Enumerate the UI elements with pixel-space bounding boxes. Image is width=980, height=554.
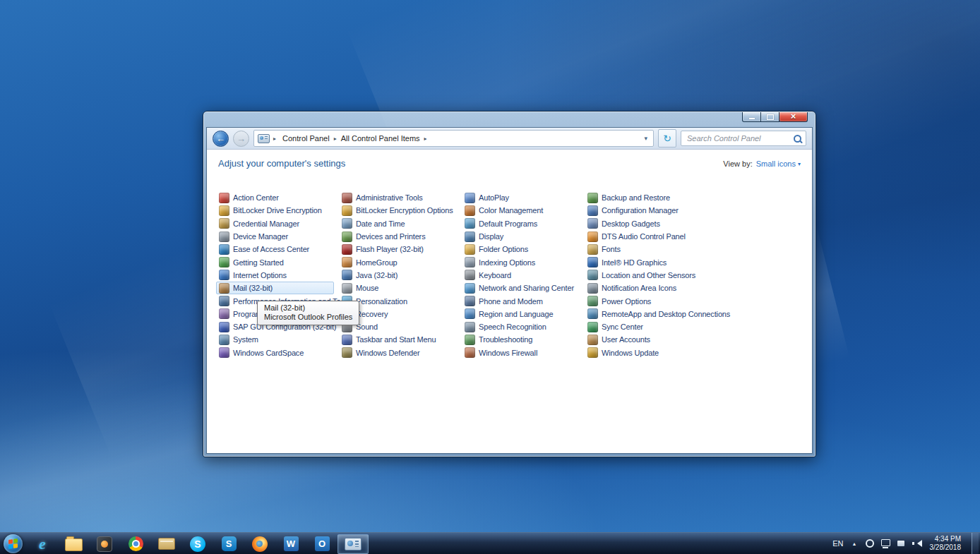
- control-panel-item-windows-defender[interactable]: Windows Defender: [339, 347, 457, 359]
- taskbar-button-control-panel[interactable]: [337, 534, 369, 554]
- view-by: View by: Small icons ▾: [723, 159, 801, 168]
- breadcrumb-item-all-control-panel-items[interactable]: All Control Panel Items: [338, 133, 423, 143]
- control-panel-item-mouse[interactable]: Mouse: [339, 282, 457, 294]
- control-panel-item-fonts[interactable]: Fonts: [585, 243, 703, 255]
- control-panel-item-bitlocker-drive-encryption[interactable]: BitLocker Drive Encryption: [216, 204, 334, 217]
- desktop: ▸ Control Panel▸All Control Panel Items▸…: [0, 0, 980, 554]
- control-panel-item-folder-options[interactable]: Folder Options: [462, 243, 580, 255]
- taskbar-button-word[interactable]: W: [275, 534, 306, 554]
- control-panel-item-power-options[interactable]: Power Options: [585, 294, 703, 307]
- control-panel-item-mail-32-bit[interactable]: Mail (32-bit): [216, 282, 334, 294]
- control-panel-item-autoplay[interactable]: AutoPlay: [462, 191, 580, 204]
- items-column-3: AutoPlayColor ManagementDefault Programs…: [462, 191, 580, 359]
- control-panel-item-color-management[interactable]: Color Management: [462, 204, 580, 217]
- control-panel-item-default-programs[interactable]: Default Programs: [462, 217, 580, 230]
- control-panel-item-notification-area-icons[interactable]: Notification Area Icons: [585, 282, 703, 294]
- control-panel-item-dts-audio-control-panel[interactable]: DTS Audio Control Panel: [585, 230, 703, 243]
- control-panel-item-devices-and-printers[interactable]: Devices and Printers: [339, 230, 457, 243]
- control-panel-item-indexing-options[interactable]: Indexing Options: [462, 255, 580, 268]
- item-label: Device Manager: [233, 232, 288, 241]
- refresh-button[interactable]: ↻: [658, 129, 676, 147]
- address-bar[interactable]: ▸ Control Panel▸All Control Panel Items▸…: [253, 130, 654, 147]
- control-panel-item-backup-and-restore[interactable]: Backup and Restore: [585, 191, 703, 204]
- control-panel-item-taskbar-and-start-menu[interactable]: Taskbar and Start Menu: [339, 333, 457, 346]
- control-panel-item-device-manager[interactable]: Device Manager: [216, 230, 334, 243]
- clock-icon: [342, 218, 352, 229]
- breadcrumb-chevron-icon[interactable]: ▸: [423, 136, 429, 142]
- control-panel-item-location-and-other-sensors[interactable]: Location and Other Sensors: [585, 269, 703, 282]
- breadcrumb-chevron-icon[interactable]: ▸: [333, 136, 338, 142]
- item-label: Network and Sharing Center: [479, 284, 574, 292]
- control-panel-item-credential-manager[interactable]: Credential Manager: [216, 217, 334, 230]
- taskbar-button-file-explorer[interactable]: [58, 534, 89, 554]
- taskbar-button-firefox[interactable]: [244, 534, 275, 554]
- minimize-button[interactable]: [742, 112, 761, 122]
- address-dropdown-icon[interactable]: ▾: [642, 135, 650, 142]
- item-label: Windows Update: [602, 349, 659, 357]
- maximize-button[interactable]: [760, 112, 779, 122]
- search-input[interactable]: [686, 133, 791, 143]
- control-panel-item-internet-options[interactable]: Internet Options: [216, 269, 334, 282]
- control-panel-item-user-accounts[interactable]: User Accounts: [585, 333, 703, 346]
- location-sensors-icon: [587, 270, 598, 280]
- control-panel-item-keyboard[interactable]: Keyboard: [462, 269, 580, 282]
- taskbar-button-chrome[interactable]: [120, 534, 151, 554]
- search-box[interactable]: [681, 131, 806, 146]
- forward-button[interactable]: [233, 131, 249, 147]
- control-panel-item-windows-firewall[interactable]: Windows Firewall: [462, 347, 580, 359]
- control-panel-item-remoteapp-and-desktop-connections[interactable]: RemoteApp and Desktop Connections: [585, 308, 703, 320]
- control-panel-item-homegroup[interactable]: HomeGroup: [339, 255, 457, 268]
- control-panel-item-speech-recognition[interactable]: Speech Recognition: [462, 320, 580, 333]
- control-panel-item-administrative-tools[interactable]: Administrative Tools: [339, 191, 457, 204]
- control-panel-item-bitlocker-encryption-options[interactable]: BitLocker Encryption Options: [339, 204, 457, 217]
- close-button[interactable]: [779, 112, 808, 122]
- control-panel-item-desktop-gadgets[interactable]: Desktop Gadgets: [585, 217, 703, 230]
- start-button[interactable]: [4, 534, 23, 553]
- control-panel-item-troubleshooting[interactable]: Troubleshooting: [462, 333, 580, 346]
- language-indicator[interactable]: EN: [832, 539, 843, 548]
- control-panel-item-flash-player-32-bit[interactable]: Flash Player (32-bit): [339, 243, 457, 255]
- control-panel-item-windows-cardspace[interactable]: Windows CardSpace: [216, 347, 334, 359]
- taskbar-button-libraries[interactable]: [151, 534, 182, 554]
- search-icon[interactable]: [794, 135, 801, 143]
- control-panel-item-getting-started[interactable]: Getting Started: [216, 255, 334, 268]
- back-button[interactable]: [213, 131, 229, 147]
- show-desktop-button[interactable]: [972, 533, 979, 554]
- view-by-value: Small icons: [756, 159, 796, 168]
- control-panel-item-date-and-time[interactable]: Date and Time: [339, 217, 457, 230]
- taskbar-button-skype-business[interactable]: S: [213, 534, 244, 554]
- control-panel-item-java-32-bit[interactable]: Java (32-bit): [339, 269, 457, 282]
- tray-icons: [849, 538, 922, 548]
- network-status-icon[interactable]: [880, 538, 891, 548]
- taskbar-button-outlook[interactable]: O: [306, 534, 337, 554]
- item-label: Internet Options: [233, 271, 287, 279]
- control-panel-item-sync-center[interactable]: Sync Center: [585, 320, 703, 333]
- control-panel-item-action-center[interactable]: Action Center: [216, 191, 334, 204]
- view-by-dropdown[interactable]: Small icons ▾: [756, 159, 801, 168]
- control-panel-item-configuration-manager[interactable]: Configuration Manager: [585, 204, 703, 217]
- action-center-icon[interactable]: [865, 538, 876, 548]
- control-panel-item-phone-and-modem[interactable]: Phone and Modem: [462, 294, 580, 307]
- power-options-icon: [587, 296, 598, 306]
- control-panel-item-intel-hd-graphics[interactable]: Intel® HD Graphics: [585, 255, 703, 268]
- hidden-icons-arrow[interactable]: [849, 538, 860, 548]
- volume-icon[interactable]: [912, 538, 922, 548]
- admin-tools-icon: [342, 193, 352, 203]
- control-panel-item-ease-of-access-center[interactable]: Ease of Access Center: [216, 243, 334, 255]
- control-panel-item-system[interactable]: System: [216, 333, 334, 346]
- credential-vault-icon: [219, 218, 229, 229]
- display-monitor-icon: [465, 231, 475, 242]
- taskbar-button-media-player[interactable]: [89, 534, 120, 554]
- item-label: Windows CardSpace: [233, 349, 304, 357]
- breadcrumb-item-control-panel[interactable]: Control Panel: [280, 133, 333, 143]
- control-panel-item-display[interactable]: Display: [462, 230, 580, 243]
- control-panel-item-windows-update[interactable]: Windows Update: [585, 347, 703, 359]
- display-status-icon[interactable]: [896, 538, 907, 548]
- control-panel-item-region-and-language[interactable]: Region and Language: [462, 308, 580, 320]
- item-label: Mouse: [356, 284, 378, 292]
- homegroup-icon: [342, 257, 352, 267]
- clock[interactable]: 4:34 PM 3/28/2018: [930, 535, 962, 552]
- taskbar-button-skype[interactable]: S: [182, 534, 213, 554]
- taskbar-button-internet-explorer[interactable]: e: [27, 534, 58, 554]
- control-panel-item-network-and-sharing-center[interactable]: Network and Sharing Center: [462, 282, 580, 294]
